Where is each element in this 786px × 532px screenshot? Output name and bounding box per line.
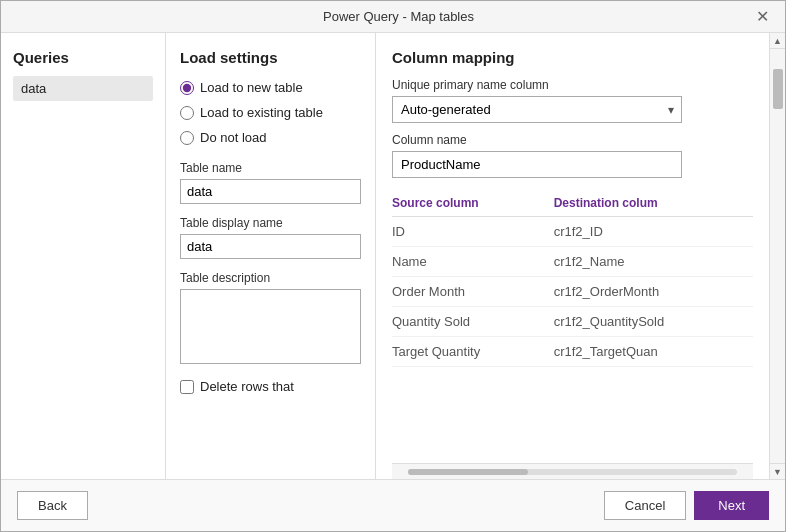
source-cell: Target Quantity <box>392 337 554 367</box>
delete-rows-label[interactable]: Delete rows that <box>180 379 361 394</box>
load-settings-panel: Load settings Load to new table Load to … <box>166 33 376 479</box>
radio-load-existing-input[interactable] <box>180 106 194 120</box>
table-name-label: Table name <box>180 161 361 175</box>
dest-cell: cr1f2_Name <box>554 247 753 277</box>
hscroll-track <box>408 469 737 475</box>
column-mapping-title: Column mapping <box>392 49 753 66</box>
dest-cell: cr1f2_TargetQuan <box>554 337 753 367</box>
delete-rows-checkbox[interactable] <box>180 380 194 394</box>
radio-do-not-load-input[interactable] <box>180 131 194 145</box>
table-row: Target Quantitycr1f2_TargetQuan <box>392 337 753 367</box>
queries-title: Queries <box>13 49 153 66</box>
cancel-button[interactable]: Cancel <box>604 491 686 520</box>
dest-cell: cr1f2_QuantitySold <box>554 307 753 337</box>
radio-load-new-input[interactable] <box>180 81 194 95</box>
queries-panel: Queries data <box>1 33 166 479</box>
title-bar: Power Query - Map tables ✕ <box>1 1 785 33</box>
footer-right: Cancel Next <box>604 491 769 520</box>
scroll-track <box>770 49 785 463</box>
table-description-group: Table description <box>180 271 361 367</box>
unique-primary-select[interactable]: Auto-generated <box>392 96 682 123</box>
source-cell: Name <box>392 247 554 277</box>
vertical-scrollbar[interactable]: ▲ ▼ <box>769 33 785 479</box>
dest-col-header: Destination colum <box>554 192 753 217</box>
right-panel-wrapper: Column mapping Unique primary name colum… <box>376 33 785 479</box>
horizontal-scrollbar[interactable] <box>392 463 753 479</box>
radio-do-not-load[interactable]: Do not load <box>180 130 361 145</box>
radio-load-new-label: Load to new table <box>200 80 303 95</box>
column-name-input[interactable] <box>392 151 682 178</box>
table-row: Order Monthcr1f2_OrderMonth <box>392 277 753 307</box>
dest-cell: cr1f2_OrderMonth <box>554 277 753 307</box>
mapping-table: Source column Destination colum IDcr1f2_… <box>392 192 753 367</box>
delete-rows-section: Delete rows that <box>180 379 361 394</box>
column-mapping-panel: Column mapping Unique primary name colum… <box>376 33 769 479</box>
source-cell: Order Month <box>392 277 554 307</box>
content-area: Queries data Load settings Load to new t… <box>1 33 785 479</box>
radio-group: Load to new table Load to existing table… <box>180 80 361 145</box>
query-item-data[interactable]: data <box>13 76 153 101</box>
table-row: Quantity Soldcr1f2_QuantitySold <box>392 307 753 337</box>
next-button[interactable]: Next <box>694 491 769 520</box>
close-button[interactable]: ✕ <box>752 9 773 25</box>
window-title: Power Query - Map tables <box>45 9 752 24</box>
scroll-up-btn[interactable]: ▲ <box>770 33 785 49</box>
radio-load-new[interactable]: Load to new table <box>180 80 361 95</box>
delete-rows-text: Delete rows that <box>200 379 294 394</box>
table-description-label: Table description <box>180 271 361 285</box>
table-name-input[interactable] <box>180 179 361 204</box>
main-dialog: Power Query - Map tables ✕ Queries data … <box>0 0 786 532</box>
source-col-header: Source column <box>392 192 554 217</box>
table-display-name-label: Table display name <box>180 216 361 230</box>
source-cell: ID <box>392 217 554 247</box>
unique-primary-label: Unique primary name column <box>392 78 753 92</box>
scroll-thumb-v <box>773 69 783 109</box>
table-row: IDcr1f2_ID <box>392 217 753 247</box>
scroll-down-btn[interactable]: ▼ <box>770 463 785 479</box>
table-description-input[interactable] <box>180 289 361 364</box>
unique-primary-dropdown-wrapper: Auto-generated <box>392 96 682 123</box>
radio-do-not-load-label: Do not load <box>200 130 267 145</box>
table-display-name-group: Table display name <box>180 216 361 259</box>
column-name-label: Column name <box>392 133 753 147</box>
mapping-table-container: Source column Destination colum IDcr1f2_… <box>392 192 753 463</box>
hscroll-thumb <box>408 469 528 475</box>
source-cell: Quantity Sold <box>392 307 554 337</box>
footer: Back Cancel Next <box>1 479 785 531</box>
dest-cell: cr1f2_ID <box>554 217 753 247</box>
table-display-name-input[interactable] <box>180 234 361 259</box>
back-button[interactable]: Back <box>17 491 88 520</box>
load-settings-title: Load settings <box>180 49 361 66</box>
table-name-group: Table name <box>180 161 361 204</box>
table-row: Namecr1f2_Name <box>392 247 753 277</box>
radio-load-existing-label: Load to existing table <box>200 105 323 120</box>
radio-load-existing[interactable]: Load to existing table <box>180 105 361 120</box>
